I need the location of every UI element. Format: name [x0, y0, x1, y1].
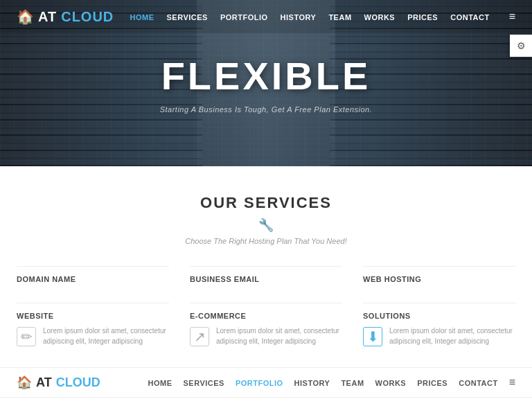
hero-title: FLEXIBLE: [160, 53, 373, 98]
sticky-nav-prices[interactable]: PRICES: [417, 379, 447, 387]
services-header: OUR SERVICES 🔧 Choose The Right Hosting …: [17, 194, 515, 245]
service-desc-solutions: Lorem ipsum dolor sit amet, consectetur …: [389, 326, 515, 346]
services-title: OUR SERVICES: [17, 194, 515, 212]
hero-section: 🏠 AT CLOUD HOME SERVICES PORTFOLIO HISTO…: [0, 0, 532, 166]
nav-link-works[interactable]: WORKS: [364, 13, 396, 21]
services-subtitle: Choose The Right Hosting Plan That You N…: [17, 237, 515, 245]
nav-link-contact[interactable]: CONTACT: [450, 13, 489, 21]
service-desc-ecommerce: Lorem ipsum dolor sit amet, consectetur …: [216, 326, 342, 346]
navbar-sticky: 🏠 AT CLOUD HOME SERVICES PORTFOLIO HISTO…: [0, 367, 532, 398]
sticky-nav-home[interactable]: HOME: [148, 379, 172, 387]
sticky-logo-icon: 🏠: [17, 375, 32, 390]
service-name-hosting: WEB HOSTING: [363, 275, 515, 283]
service-item-hosting: WEB HOSTING: [363, 266, 515, 289]
sticky-logo[interactable]: 🏠 AT CLOUD: [17, 375, 100, 390]
nav-link-prices[interactable]: PRICES: [407, 13, 438, 21]
services-section: OUR SERVICES 🔧 Choose The Right Hosting …: [0, 166, 532, 367]
service-item-solutions: SOLUTIONS ⬇ Lorem ipsum dolor sit amet, …: [363, 303, 515, 346]
services-icon: 🔧: [17, 218, 515, 233]
service-divider: [363, 303, 515, 303]
hamburger-icon[interactable]: ≡: [509, 10, 515, 22]
service-item-email: BUSINESS EMAIL: [190, 266, 342, 289]
service-icon-row: ↗ Lorem ipsum dolor sit amet, consectetu…: [190, 326, 342, 346]
sticky-nav-contact[interactable]: CONTACT: [459, 379, 497, 387]
nav-link-home[interactable]: HOME: [130, 13, 154, 21]
nav-link-portfolio[interactable]: PORTFOLIO: [220, 13, 268, 21]
nav-links-sticky: HOME SERVICES PORTFOLIO HISTORY TEAM WOR…: [148, 376, 515, 389]
service-divider: [190, 266, 342, 267]
nav-links-top: HOME SERVICES PORTFOLIO HISTORY TEAM WOR…: [130, 10, 515, 23]
service-icon-row: ⬇ Lorem ipsum dolor sit amet, consectetu…: [363, 326, 515, 346]
website-icon: ✏: [17, 327, 36, 346]
service-item-ecommerce: E-COMMERCE ↗ Lorem ipsum dolor sit amet,…: [190, 303, 342, 346]
service-name-ecommerce: E-COMMERCE: [190, 312, 342, 320]
service-divider: [17, 266, 169, 267]
hero-subtitle: Starting A Business Is Tough, Get A Free…: [160, 105, 373, 114]
nav-link-history[interactable]: HISTORY: [281, 13, 317, 21]
service-divider: [190, 303, 342, 303]
nav-link-services[interactable]: SERVICES: [166, 13, 207, 21]
logo-cloud-text: CLOUD: [61, 9, 114, 25]
service-item-domain: DOMAIN NAME: [17, 266, 169, 289]
service-name-email: BUSINESS EMAIL: [190, 275, 342, 283]
service-item-website: WEBSITE ✏ Lorem ipsum dolor sit amet, co…: [17, 303, 169, 346]
ecommerce-icon: ↗: [190, 327, 209, 346]
sticky-hamburger-icon[interactable]: ≡: [509, 376, 515, 388]
service-divider: [363, 266, 515, 267]
service-name-domain: DOMAIN NAME: [17, 275, 169, 283]
nav-link-team[interactable]: TEAM: [328, 13, 351, 21]
hero-content: FLEXIBLE Starting A Business Is Tough, G…: [160, 53, 373, 114]
service-name-solutions: SOLUTIONS: [363, 312, 515, 320]
gear-icon: ⚙: [517, 40, 526, 51]
sticky-logo-cloud: CLOUD: [56, 375, 100, 390]
solutions-icon: ⬇: [363, 327, 382, 346]
service-name-website: WEBSITE: [17, 312, 169, 320]
logo-icon: 🏠: [17, 8, 34, 25]
service-divider: [17, 303, 169, 303]
sticky-nav-team[interactable]: TEAM: [341, 379, 364, 387]
service-desc-website: Lorem ipsum dolor sit amet, consectetur …: [43, 326, 169, 346]
sticky-nav-portfolio[interactable]: PORTFOLIO: [236, 379, 283, 387]
logo[interactable]: 🏠 AT CLOUD: [17, 8, 114, 25]
services-grid: DOMAIN NAME BUSINESS EMAIL WEB HOSTING W…: [17, 266, 515, 346]
sticky-nav-works[interactable]: WORKS: [375, 379, 407, 387]
sticky-nav-history[interactable]: HISTORY: [294, 379, 330, 387]
logo-at-text: AT: [38, 9, 57, 25]
settings-button[interactable]: ⚙: [510, 35, 532, 57]
sticky-nav-services[interactable]: SERVICES: [183, 379, 224, 387]
sticky-logo-at: AT: [36, 375, 52, 390]
navbar-top: 🏠 AT CLOUD HOME SERVICES PORTFOLIO HISTO…: [0, 0, 532, 33]
service-icon-row: ✏ Lorem ipsum dolor sit amet, consectetu…: [17, 326, 169, 346]
